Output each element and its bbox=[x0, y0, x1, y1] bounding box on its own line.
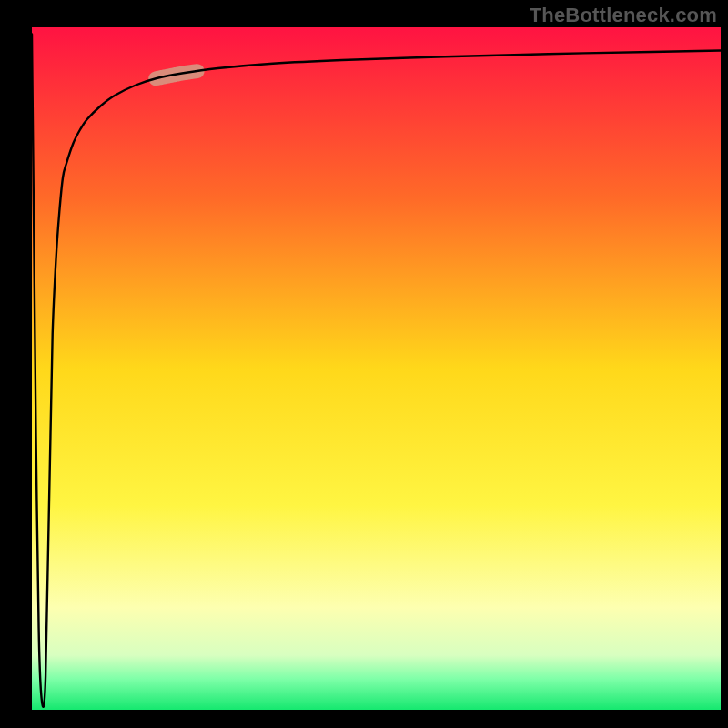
watermark-label: TheBottleneck.com bbox=[530, 4, 717, 27]
bottleneck-chart-canvas bbox=[0, 0, 728, 728]
chart-frame: TheBottleneck.com bbox=[0, 0, 728, 728]
